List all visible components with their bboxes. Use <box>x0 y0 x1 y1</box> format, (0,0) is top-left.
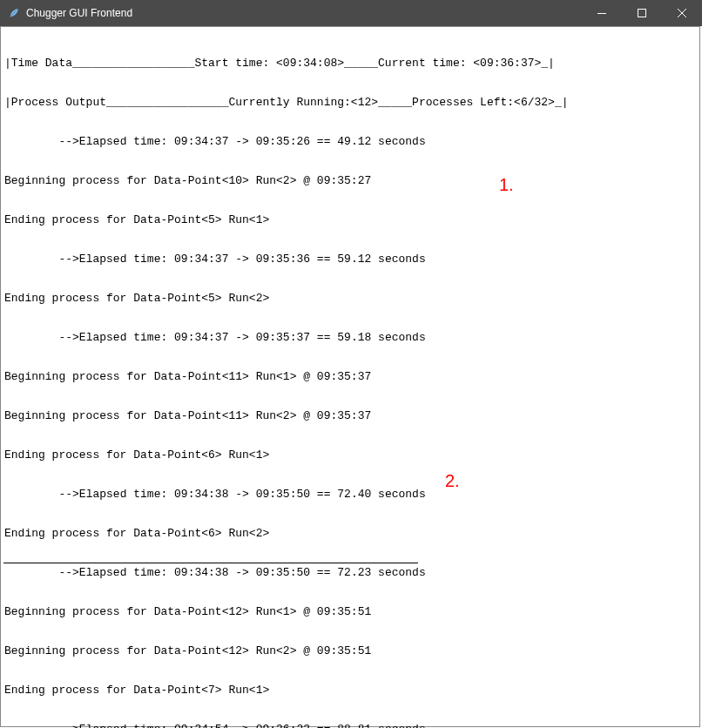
log-line: -->Elapsed time: 09:34:38 -> 09:35:50 ==… <box>4 566 698 579</box>
annotation-2: 2. <box>445 471 460 491</box>
log-line: Beginning process for Data-Point<11> Run… <box>4 409 698 422</box>
log-line: -->Elapsed time: 09:34:38 -> 09:35:50 ==… <box>4 488 698 501</box>
log-line: Beginning process for Data-Point<11> Run… <box>4 370 698 383</box>
maximize-button[interactable] <box>622 0 662 26</box>
log-line: Ending process for Data-Point<5> Run<2> <box>4 292 698 305</box>
log-line: Ending process for Data-Point<7> Run<1> <box>4 684 698 697</box>
annotation-1: 1. <box>499 175 514 195</box>
separator-line <box>3 563 418 563</box>
time-data-header: |Time Data__________________Start time: … <box>4 57 698 70</box>
window-titlebar: Chugger GUI Frontend <box>0 0 702 26</box>
svg-rect-0 <box>638 10 646 17</box>
log-line: Ending process for Data-Point<6> Run<2> <box>4 527 698 540</box>
log-line: -->Elapsed time: 09:34:37 -> 09:35:36 ==… <box>4 253 698 266</box>
process-output-header: |Process Output__________________Current… <box>4 96 698 109</box>
close-button[interactable] <box>662 0 702 26</box>
log-line: Beginning process for Data-Point<10> Run… <box>4 174 698 187</box>
terminal-output: |Time Data__________________Start time: … <box>1 27 699 728</box>
log-line: Beginning process for Data-Point<12> Run… <box>4 605 698 618</box>
log-line: Beginning process for Data-Point<12> Run… <box>4 644 698 657</box>
log-line: -->Elapsed time: 09:34:37 -> 09:35:26 ==… <box>4 135 698 148</box>
log-line: -->Elapsed time: 09:34:54 -> 09:36:23 ==… <box>4 723 698 728</box>
content-frame: |Time Data__________________Start time: … <box>0 26 700 727</box>
minimize-button[interactable] <box>582 0 622 26</box>
log-line: -->Elapsed time: 09:34:37 -> 09:35:37 ==… <box>4 331 698 344</box>
log-line: Ending process for Data-Point<5> Run<1> <box>4 213 698 226</box>
feather-icon <box>7 6 21 20</box>
log-line: Ending process for Data-Point<6> Run<1> <box>4 448 698 462</box>
window-title: Chugger GUI Frontend <box>26 7 132 19</box>
